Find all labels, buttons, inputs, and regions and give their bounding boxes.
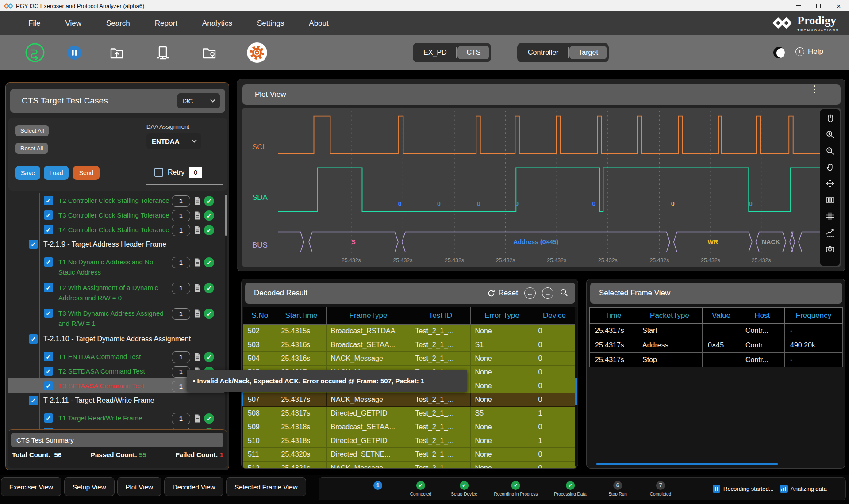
report-doc-icon[interactable] <box>194 196 201 207</box>
tree-item[interactable]: ✓T1 No Dynamic Address and No Static Add… <box>8 255 224 280</box>
table-row[interactable]: 51025.4318sDirected_GETPIDTest_2_1_...No… <box>243 434 575 447</box>
mode-option-ex-pd[interactable]: EX_PD <box>415 46 455 59</box>
table-row[interactable]: 50225.4315sBroadcast_RSTDAATest_2_1_...N… <box>243 324 575 338</box>
pause-icon[interactable] <box>66 45 82 61</box>
panes-icon[interactable] <box>825 195 835 205</box>
menu-item-report[interactable]: Report <box>142 19 190 28</box>
checkbox-checked-icon[interactable]: ✓ <box>44 381 53 390</box>
retry-count-input[interactable]: 0 <box>189 167 202 178</box>
zoom-in-icon[interactable] <box>825 129 835 140</box>
iteration-count-input[interactable]: 1 <box>172 257 190 268</box>
daa-select[interactable]: ENTDAA <box>146 133 201 149</box>
table-row[interactable]: 50425.4316sNACK_MessageTest_2_1_...None0 <box>243 351 575 365</box>
tree-item-group[interactable]: ✓T-2.1.10 - Target Dynamic Address Assig… <box>8 332 224 349</box>
iteration-count-input[interactable]: 1 <box>172 195 190 207</box>
menu-item-analytics[interactable]: Analytics <box>190 19 245 28</box>
table-row[interactable]: 50725.4317sNACK_MessageTest_2_1_...None0 <box>243 393 575 406</box>
checkbox-checked-icon[interactable]: ✓ <box>44 257 53 267</box>
mode-option-cts[interactable]: CTS <box>457 46 489 59</box>
reset-all-button[interactable]: Reset All <box>15 143 48 154</box>
pan-hand-icon[interactable] <box>825 162 835 172</box>
checkbox-checked-icon[interactable]: ✓ <box>44 225 53 234</box>
iteration-count-input[interactable]: 1 <box>172 413 190 424</box>
retry-checkbox[interactable] <box>154 168 163 177</box>
theme-moon-icon[interactable] <box>773 47 785 58</box>
prev-error-button[interactable]: ← <box>524 287 536 299</box>
table-row[interactable]: 50325.4316sBroadcast_SETAA...Test_2_1_..… <box>243 338 575 351</box>
checkbox-checked-icon[interactable]: ✓ <box>44 196 53 205</box>
tree-scrollbar[interactable] <box>225 194 227 436</box>
menu-item-about[interactable]: About <box>296 19 341 28</box>
menu-item-view[interactable]: View <box>53 19 94 28</box>
tree-item[interactable]: ✓T1 ENTDAA Command Test1✓ <box>8 349 224 364</box>
iteration-count-input[interactable]: 1 <box>172 351 190 363</box>
move-icon[interactable] <box>825 178 835 189</box>
tree-item-group[interactable]: ✓T-2.1.9 - Target Address Header Frame <box>8 237 224 255</box>
iteration-count-input[interactable]: 1 <box>172 308 190 320</box>
checkbox-checked-icon[interactable]: ✓ <box>29 396 38 405</box>
iteration-count-input[interactable]: 1 <box>172 283 190 294</box>
table-row[interactable]: 50825.4317sDirected_GETPIDTest_2_1_...S5… <box>243 406 575 420</box>
report-doc-icon[interactable] <box>194 414 201 425</box>
save-button[interactable]: Save <box>15 166 40 180</box>
table-row[interactable]: 25.4317sStartContr...- <box>590 324 843 338</box>
table-row[interactable]: 51225.4321sNACK_MessageTest_2_1_...None0 <box>243 461 575 469</box>
load-button[interactable]: Load <box>44 166 69 180</box>
checkbox-checked-icon[interactable]: ✓ <box>29 240 38 249</box>
tab-exerciser-view[interactable]: Exerciser View <box>1 477 61 496</box>
flow-icon[interactable] <box>24 42 46 63</box>
iteration-count-input[interactable]: 1 <box>172 225 190 236</box>
report-doc-icon[interactable] <box>194 352 201 363</box>
report-doc-icon[interactable] <box>194 309 201 320</box>
zoom-out-icon[interactable] <box>825 145 835 156</box>
search-icon[interactable] <box>560 288 568 298</box>
next-error-button[interactable]: → <box>542 287 553 299</box>
minimize-button[interactable] <box>788 0 808 11</box>
maximize-button[interactable] <box>808 0 829 11</box>
checkbox-checked-icon[interactable]: ✓ <box>44 210 53 220</box>
iteration-count-input[interactable]: 1 <box>172 210 190 221</box>
tab-decoded-view[interactable]: Decoded View <box>164 477 223 496</box>
tab-plot-view[interactable]: Plot View <box>117 477 161 496</box>
close-button[interactable]: × <box>829 0 849 11</box>
reset-button[interactable]: Reset <box>487 289 518 298</box>
table-row[interactable]: 25.4317sStopContr...- <box>590 353 843 367</box>
plot-menu-kebab-icon[interactable]: ⋮ <box>810 84 819 95</box>
report-doc-icon[interactable] <box>194 258 201 269</box>
select-all-button[interactable]: Select All <box>15 125 49 136</box>
menu-item-search[interactable]: Search <box>94 19 142 28</box>
grid-icon[interactable] <box>825 211 835 221</box>
tree-item-group[interactable]: ✓T-2.1.11 - Target Read/Write Frame <box>8 393 224 411</box>
waveform-plot[interactable]: SCL SDA BUS 25.432s25.432s25.432s25.432s… <box>242 108 841 267</box>
folder-location-icon[interactable] <box>201 45 217 61</box>
role-option-target[interactable]: Target <box>569 46 607 59</box>
checkbox-checked-icon[interactable]: ✓ <box>44 283 53 292</box>
help-button[interactable]: i Help <box>795 47 823 56</box>
table-row[interactable]: 25.4317sAddress0×45Contr...490.20k... <box>590 338 843 353</box>
checkbox-checked-icon[interactable]: ✓ <box>44 413 53 423</box>
table-row[interactable]: 51125.4320sDirected_SETNE...Test_2_1_...… <box>243 447 575 461</box>
tab-setup-view[interactable]: Setup View <box>64 477 115 496</box>
tree-item[interactable]: ✓T4 Controller Clock Stalling Tolerance1… <box>8 222 224 237</box>
report-doc-icon[interactable] <box>194 283 201 294</box>
report-doc-icon[interactable] <box>194 211 201 222</box>
settings-gear-icon[interactable] <box>246 42 268 64</box>
folder-upload-icon[interactable] <box>109 45 125 61</box>
tree-item[interactable]: ✓T3 Controller Clock Stalling Tolerance1… <box>8 208 224 222</box>
send-button[interactable]: Send <box>73 166 100 180</box>
role-option-controller[interactable]: Controller <box>519 46 567 59</box>
tree-item[interactable]: ✓T2 With Assignment of a Dynamic Address… <box>8 280 224 306</box>
menu-item-file[interactable]: File <box>16 19 53 28</box>
checkbox-checked-icon[interactable]: ✓ <box>44 309 53 318</box>
tree-item[interactable]: ✓T1 Target Read/Write Frame1✓ <box>8 411 224 425</box>
tree-item[interactable]: ✓T3 With Dynamic Address Assigned and R/… <box>8 306 224 332</box>
camera-icon[interactable] <box>825 244 835 254</box>
checkbox-checked-icon[interactable]: ✓ <box>44 352 53 361</box>
trend-icon[interactable] <box>825 227 835 238</box>
menu-item-settings[interactable]: Settings <box>245 19 296 28</box>
mouse-icon[interactable] <box>825 113 835 123</box>
tree-item[interactable]: ✓T2 Controller Clock Stalling Tolerance1… <box>8 193 224 208</box>
tab-selected-frame-view[interactable]: Selected Frame View <box>226 477 306 496</box>
protocol-select[interactable]: I3C <box>177 93 220 108</box>
monitor-icon[interactable] <box>155 45 171 61</box>
